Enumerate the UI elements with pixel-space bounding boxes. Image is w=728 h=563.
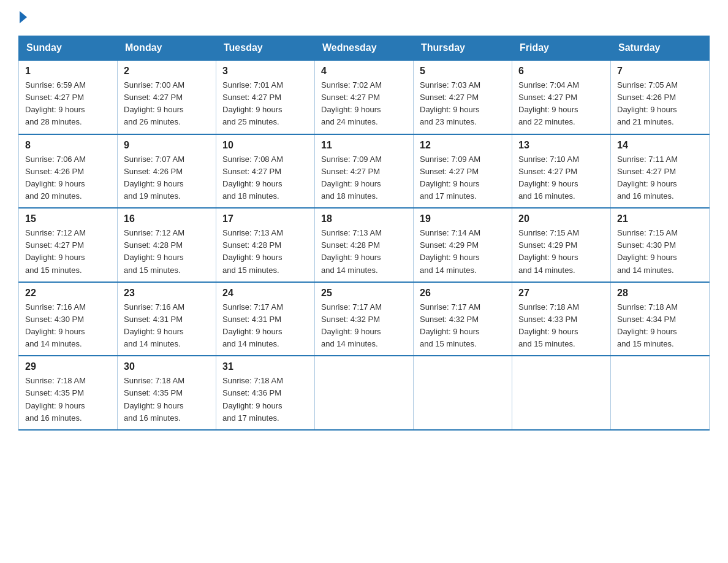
day-number: 29 [25,361,111,372]
day-info: Sunrise: 7:18 AMSunset: 4:35 PMDaylight:… [124,375,210,424]
calendar-header-sunday: Sunday [19,36,118,61]
calendar-header-row: SundayMondayTuesdayWednesdayThursdayFrid… [19,36,710,61]
calendar-day-cell: 8 Sunrise: 7:06 AMSunset: 4:26 PMDayligh… [19,134,118,209]
day-number: 26 [420,288,506,299]
calendar-day-cell: 17 Sunrise: 7:13 AMSunset: 4:28 PMDaylig… [216,208,315,282]
calendar-week-row: 15 Sunrise: 7:12 AMSunset: 4:27 PMDaylig… [19,208,710,282]
day-number: 28 [617,288,703,299]
day-info: Sunrise: 7:16 AMSunset: 4:31 PMDaylight:… [124,301,210,351]
logo-blue-part [18,12,27,23]
calendar-day-cell: 4 Sunrise: 7:02 AMSunset: 4:27 PMDayligh… [315,60,414,134]
day-number: 21 [617,213,703,224]
day-info: Sunrise: 7:08 AMSunset: 4:27 PMDaylight:… [222,153,308,203]
calendar-week-row: 1 Sunrise: 6:59 AMSunset: 4:27 PMDayligh… [19,60,710,134]
calendar-week-row: 29 Sunrise: 7:18 AMSunset: 4:35 PMDaylig… [19,356,710,430]
calendar-empty-cell [315,356,414,430]
calendar-day-cell: 9 Sunrise: 7:07 AMSunset: 4:26 PMDayligh… [118,134,216,209]
logo [18,12,27,23]
day-number: 18 [321,213,407,224]
page-header [18,12,710,23]
calendar-day-cell: 31 Sunrise: 7:18 AMSunset: 4:36 PMDaylig… [216,356,315,430]
day-number: 16 [124,213,210,224]
day-number: 5 [420,66,506,77]
day-info: Sunrise: 7:15 AMSunset: 4:30 PMDaylight:… [617,227,703,277]
day-number: 12 [420,140,506,151]
day-info: Sunrise: 7:12 AMSunset: 4:27 PMDaylight:… [25,227,111,277]
calendar-day-cell: 27 Sunrise: 7:18 AMSunset: 4:33 PMDaylig… [512,282,611,356]
day-info: Sunrise: 7:18 AMSunset: 4:34 PMDaylight:… [617,301,703,351]
day-info: Sunrise: 7:07 AMSunset: 4:26 PMDaylight:… [124,153,210,203]
day-number: 1 [25,66,111,77]
calendar-header-thursday: Thursday [414,36,512,61]
day-info: Sunrise: 7:17 AMSunset: 4:32 PMDaylight:… [420,301,506,351]
day-info: Sunrise: 7:09 AMSunset: 4:27 PMDaylight:… [321,153,407,203]
day-info: Sunrise: 7:10 AMSunset: 4:27 PMDaylight:… [518,153,604,203]
calendar-day-cell: 1 Sunrise: 6:59 AMSunset: 4:27 PMDayligh… [19,60,118,134]
calendar-day-cell: 29 Sunrise: 7:18 AMSunset: 4:35 PMDaylig… [19,356,118,430]
day-number: 6 [518,66,604,77]
calendar-day-cell: 19 Sunrise: 7:14 AMSunset: 4:29 PMDaylig… [414,208,512,282]
calendar-header-friday: Friday [512,36,611,61]
day-info: Sunrise: 7:05 AMSunset: 4:26 PMDaylight:… [617,79,703,129]
calendar-day-cell: 26 Sunrise: 7:17 AMSunset: 4:32 PMDaylig… [414,282,512,356]
calendar-day-cell: 16 Sunrise: 7:12 AMSunset: 4:28 PMDaylig… [118,208,216,282]
calendar-day-cell: 13 Sunrise: 7:10 AMSunset: 4:27 PMDaylig… [512,134,611,209]
day-info: Sunrise: 7:15 AMSunset: 4:29 PMDaylight:… [518,227,604,277]
calendar-table: SundayMondayTuesdayWednesdayThursdayFrid… [18,36,710,431]
calendar-header-saturday: Saturday [611,36,710,61]
day-info: Sunrise: 7:02 AMSunset: 4:27 PMDaylight:… [321,79,407,129]
calendar-week-row: 22 Sunrise: 7:16 AMSunset: 4:30 PMDaylig… [19,282,710,356]
calendar-day-cell: 23 Sunrise: 7:16 AMSunset: 4:31 PMDaylig… [118,282,216,356]
calendar-day-cell: 5 Sunrise: 7:03 AMSunset: 4:27 PMDayligh… [414,60,512,134]
calendar-day-cell: 2 Sunrise: 7:00 AMSunset: 4:27 PMDayligh… [118,60,216,134]
day-info: Sunrise: 7:11 AMSunset: 4:27 PMDaylight:… [617,153,703,203]
calendar-day-cell: 15 Sunrise: 7:12 AMSunset: 4:27 PMDaylig… [19,208,118,282]
day-info: Sunrise: 7:18 AMSunset: 4:36 PMDaylight:… [222,375,308,424]
day-number: 24 [222,288,308,299]
day-info: Sunrise: 6:59 AMSunset: 4:27 PMDaylight:… [25,79,111,129]
day-info: Sunrise: 7:03 AMSunset: 4:27 PMDaylight:… [420,79,506,129]
calendar-day-cell: 6 Sunrise: 7:04 AMSunset: 4:27 PMDayligh… [512,60,611,134]
day-number: 20 [518,213,604,224]
day-number: 17 [222,213,308,224]
day-number: 8 [25,140,111,151]
day-number: 23 [124,288,210,299]
day-info: Sunrise: 7:14 AMSunset: 4:29 PMDaylight:… [420,227,506,277]
day-info: Sunrise: 7:17 AMSunset: 4:32 PMDaylight:… [321,301,407,351]
calendar-day-cell: 12 Sunrise: 7:09 AMSunset: 4:27 PMDaylig… [414,134,512,209]
day-info: Sunrise: 7:04 AMSunset: 4:27 PMDaylight:… [518,79,604,129]
day-number: 22 [25,288,111,299]
calendar-day-cell: 30 Sunrise: 7:18 AMSunset: 4:35 PMDaylig… [118,356,216,430]
day-number: 7 [617,66,703,77]
day-number: 10 [222,140,308,151]
day-info: Sunrise: 7:01 AMSunset: 4:27 PMDaylight:… [222,79,308,129]
day-number: 11 [321,140,407,151]
calendar-empty-cell [414,356,512,430]
calendar-day-cell: 24 Sunrise: 7:17 AMSunset: 4:31 PMDaylig… [216,282,315,356]
day-number: 3 [222,66,308,77]
day-number: 13 [518,140,604,151]
calendar-header-monday: Monday [118,36,216,61]
logo-arrow-icon [20,11,27,23]
day-info: Sunrise: 7:06 AMSunset: 4:26 PMDaylight:… [25,153,111,203]
day-number: 15 [25,213,111,224]
calendar-day-cell: 20 Sunrise: 7:15 AMSunset: 4:29 PMDaylig… [512,208,611,282]
day-info: Sunrise: 7:00 AMSunset: 4:27 PMDaylight:… [124,79,210,129]
calendar-day-cell: 18 Sunrise: 7:13 AMSunset: 4:28 PMDaylig… [315,208,414,282]
calendar-empty-cell [512,356,611,430]
day-info: Sunrise: 7:17 AMSunset: 4:31 PMDaylight:… [222,301,308,351]
calendar-header-tuesday: Tuesday [216,36,315,61]
calendar-day-cell: 21 Sunrise: 7:15 AMSunset: 4:30 PMDaylig… [611,208,710,282]
day-number: 9 [124,140,210,151]
calendar-day-cell: 10 Sunrise: 7:08 AMSunset: 4:27 PMDaylig… [216,134,315,209]
day-info: Sunrise: 7:12 AMSunset: 4:28 PMDaylight:… [124,227,210,277]
calendar-empty-cell [611,356,710,430]
day-number: 14 [617,140,703,151]
calendar-day-cell: 14 Sunrise: 7:11 AMSunset: 4:27 PMDaylig… [611,134,710,209]
day-number: 27 [518,288,604,299]
calendar-day-cell: 3 Sunrise: 7:01 AMSunset: 4:27 PMDayligh… [216,60,315,134]
day-info: Sunrise: 7:09 AMSunset: 4:27 PMDaylight:… [420,153,506,203]
day-number: 25 [321,288,407,299]
day-info: Sunrise: 7:18 AMSunset: 4:35 PMDaylight:… [25,375,111,424]
day-info: Sunrise: 7:16 AMSunset: 4:30 PMDaylight:… [25,301,111,351]
